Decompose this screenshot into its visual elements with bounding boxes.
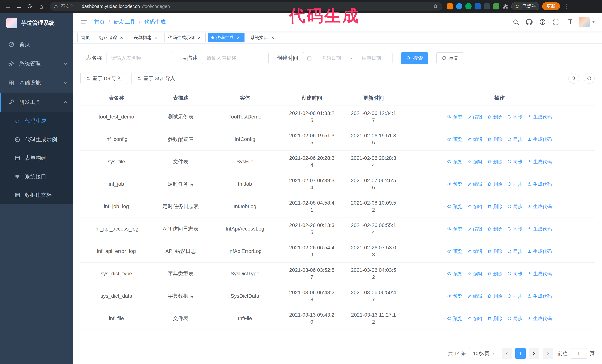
sync-link[interactable]: 同步	[507, 248, 522, 255]
preview-link[interactable]: 预览	[447, 248, 462, 255]
sync-link[interactable]: 同步	[507, 315, 522, 322]
breadcrumb-item[interactable]: 代码生成	[135, 18, 166, 26]
sync-link[interactable]: 同步	[507, 180, 522, 187]
github-icon[interactable]	[526, 19, 533, 25]
breadcrumb-item[interactable]: 首页	[94, 18, 105, 26]
import-sql-button[interactable]: 基于 SQL 导入	[131, 73, 181, 84]
browser-refresh-icon[interactable]: ⟳	[26, 3, 34, 10]
preview-link[interactable]: 预览	[447, 315, 462, 322]
user-avatar[interactable]	[579, 17, 590, 27]
sync-link[interactable]: 同步	[507, 270, 522, 277]
browser-back-icon[interactable]: ←	[4, 3, 12, 10]
extension-icon-1[interactable]	[447, 3, 453, 10]
delete-link[interactable]: 删除	[487, 225, 502, 232]
preview-link[interactable]: 预览	[447, 225, 462, 232]
sync-link[interactable]: 同步	[507, 203, 522, 210]
close-icon[interactable]	[270, 35, 275, 40]
sync-link[interactable]: 同步	[507, 225, 522, 232]
sync-link[interactable]: 同步	[507, 292, 522, 300]
tab[interactable]: 代码生成示例	[164, 33, 206, 42]
generate-code-link[interactable]: 生成代码	[527, 270, 552, 277]
page-number-button[interactable]: 1	[515, 348, 526, 359]
generate-code-link[interactable]: 生成代码	[527, 292, 552, 300]
address-bar[interactable]: 不安全 dashboard.yudao.iocoder.cn /tool/cod…	[50, 2, 442, 11]
extension-icon-4[interactable]	[474, 3, 481, 10]
edit-link[interactable]: 编辑	[467, 136, 482, 143]
edit-link[interactable]: 编辑	[467, 180, 482, 187]
extension-icon-5[interactable]	[484, 3, 490, 10]
generate-code-link[interactable]: 生成代码	[527, 225, 552, 232]
goto-page-input[interactable]	[570, 348, 587, 359]
sidebar-menu-item[interactable]: 系统管理	[0, 54, 73, 73]
edit-link[interactable]: 编辑	[467, 270, 482, 277]
reset-button[interactable]: 重置	[436, 52, 464, 64]
sidebar-menu-item[interactable]: 基础设施	[0, 73, 73, 93]
delete-link[interactable]: 删除	[487, 270, 502, 277]
delete-link[interactable]: 删除	[487, 180, 502, 187]
sync-link[interactable]: 同步	[507, 136, 522, 143]
extension-icon-2[interactable]	[456, 3, 462, 10]
tab[interactable]: 首页	[77, 33, 93, 42]
tab[interactable]: 链路追踪	[96, 33, 128, 42]
preview-link[interactable]: 预览	[447, 270, 462, 277]
sidebar-submenu-item[interactable]: 数据库文档	[0, 186, 73, 204]
caret-down-icon[interactable]: ▾	[592, 20, 595, 25]
edit-link[interactable]: 编辑	[467, 315, 482, 322]
generate-code-link[interactable]: 生成代码	[527, 113, 552, 120]
extension-icon-6[interactable]	[493, 3, 499, 10]
generate-code-link[interactable]: 生成代码	[527, 203, 552, 210]
edit-link[interactable]: 编辑	[467, 248, 482, 255]
extension-icon-3[interactable]	[465, 3, 472, 10]
table-desc-input[interactable]	[202, 52, 269, 64]
sidebar-submenu-item[interactable]: 代码生成示例	[0, 130, 73, 149]
browser-menu-icon[interactable]: ⋮	[563, 3, 569, 10]
browser-home-icon[interactable]: ⌂	[37, 3, 45, 10]
sidebar-submenu-item[interactable]: 代码生成	[0, 112, 73, 130]
date-range-picker[interactable]: 开始日期 - 结束日期	[303, 52, 393, 64]
search-button[interactable]: 搜索	[401, 52, 428, 64]
close-icon[interactable]	[153, 35, 159, 40]
generate-code-link[interactable]: 生成代码	[527, 180, 552, 187]
edit-link[interactable]: 编辑	[467, 203, 482, 210]
refresh-table-button[interactable]	[584, 73, 595, 84]
breadcrumb-item[interactable]: 研发工具	[105, 18, 135, 26]
delete-link[interactable]: 删除	[487, 203, 502, 210]
tab[interactable]: 表单构建	[130, 33, 162, 42]
update-button[interactable]: 更新	[542, 2, 560, 10]
sidebar-menu-item[interactable]: 首页	[0, 35, 73, 54]
sidebar-toggle-icon[interactable]	[80, 18, 88, 26]
delete-link[interactable]: 删除	[487, 113, 502, 120]
delete-link[interactable]: 删除	[487, 248, 502, 255]
preview-link[interactable]: 预览	[447, 180, 462, 187]
toggle-search-button[interactable]	[568, 73, 579, 84]
generate-code-link[interactable]: 生成代码	[527, 136, 552, 143]
generate-code-link[interactable]: 生成代码	[527, 158, 552, 165]
edit-link[interactable]: 编辑	[467, 113, 482, 120]
preview-link[interactable]: 预览	[447, 136, 462, 143]
edit-link[interactable]: 编辑	[467, 225, 482, 232]
search-icon[interactable]	[513, 19, 519, 25]
paused-badge[interactable]: ☺ 已暂停	[511, 2, 539, 10]
sidebar-submenu-item[interactable]: 系统接口	[0, 167, 73, 186]
generate-code-link[interactable]: 生成代码	[527, 315, 552, 322]
fullscreen-icon[interactable]	[553, 19, 559, 25]
import-db-button[interactable]: 基于 DB 导入	[80, 73, 127, 84]
close-icon[interactable]	[236, 35, 241, 40]
edit-link[interactable]: 编辑	[467, 292, 482, 300]
close-icon[interactable]	[196, 35, 202, 40]
help-icon[interactable]	[539, 19, 546, 25]
extensions-puzzle-icon[interactable]	[502, 3, 508, 9]
logo[interactable]: 芋道管理系统	[0, 13, 73, 33]
page-size-select[interactable]: 10条/页 ▾	[469, 348, 498, 359]
close-icon[interactable]	[119, 35, 124, 40]
font-size-icon[interactable]	[566, 19, 572, 25]
delete-link[interactable]: 删除	[487, 136, 502, 143]
tab[interactable]: 代码生成	[208, 33, 245, 42]
sidebar-menu-item[interactable]: 研发工具	[0, 93, 73, 112]
page-number-button[interactable]: 2	[529, 348, 539, 359]
delete-link[interactable]: 删除	[487, 315, 502, 322]
sidebar-submenu-item[interactable]: 表单构建	[0, 149, 73, 167]
next-page-button[interactable]: ›	[543, 348, 553, 359]
tab[interactable]: 系统接口	[247, 33, 279, 42]
edit-link[interactable]: 编辑	[467, 158, 482, 165]
